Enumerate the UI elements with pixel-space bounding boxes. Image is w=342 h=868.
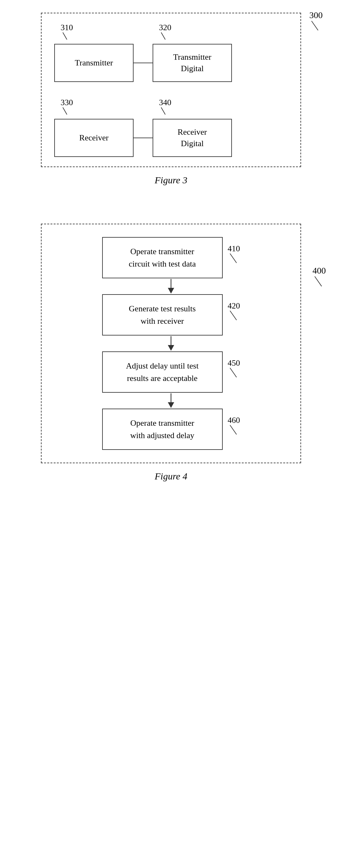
connector-line-1 — [134, 63, 152, 63]
ref-410-group: 410 — [228, 244, 240, 265]
ref-310: 310 — [61, 23, 73, 32]
step-410-row: Operate transmittercircuit with test dat… — [61, 237, 281, 278]
ref-450: 450 — [228, 359, 240, 368]
connector-line-2 — [134, 137, 152, 138]
ref-460-group: 460 — [228, 415, 240, 437]
figure3-caption: Figure 3 — [155, 175, 187, 186]
transmitter-digital-block: TransmitterDigital — [152, 44, 232, 82]
svg-marker-5 — [168, 402, 174, 408]
svg-marker-1 — [168, 288, 174, 293]
receiver-label: Receiver — [79, 133, 108, 143]
svg-marker-3 — [168, 345, 174, 351]
arrow-down-icon-2 — [165, 336, 177, 351]
step-450-block: Adjust delay until testresults are accep… — [102, 351, 223, 393]
step-410-text: Operate transmittercircuit with test dat… — [129, 245, 196, 270]
arrow-1 — [165, 278, 177, 294]
arrow-down-icon-3 — [165, 393, 177, 408]
ref-420-group: 420 — [228, 301, 240, 322]
ref-340: 340 — [159, 98, 171, 107]
figure3-row1: 310 320 Transmitter — [54, 23, 288, 82]
step-410-block: Operate transmittercircuit with test dat… — [102, 237, 223, 278]
ref-420: 420 — [228, 301, 240, 311]
ref-300: 300 — [309, 10, 323, 20]
ref-410-tick — [230, 253, 237, 263]
ref-330: 330 — [61, 98, 73, 107]
receiver-block: Receiver — [54, 119, 134, 157]
receiver-digital-block: ReceiverDigital — [152, 119, 232, 157]
step-450-text: Adjust delay until testresults are accep… — [126, 360, 199, 384]
transmitter-label: Transmitter — [75, 58, 113, 68]
step-460-block: Operate transmitterwith adjusted delay — [102, 409, 223, 450]
ref-450-group: 450 — [228, 359, 240, 379]
step-460-text: Operate transmitterwith adjusted delay — [130, 417, 194, 442]
step-420-row: Generate test resultswith receiver 420 — [61, 294, 281, 336]
step-460-row: Operate transmitterwith adjusted delay 4… — [61, 409, 281, 450]
ref-420-tick — [230, 310, 237, 320]
figure3-container: 300 310 320 — [19, 13, 323, 186]
figure3-row1-boxes: Transmitter TransmitterDigital — [54, 44, 288, 82]
ref-460: 460 — [228, 415, 240, 425]
ref-400: 400 — [312, 266, 326, 276]
figure3-outer-box: 300 310 320 — [41, 13, 301, 167]
ref-460-tick — [230, 425, 237, 435]
step-420-block: Generate test resultswith receiver — [102, 294, 223, 336]
arrow-3 — [165, 393, 177, 409]
ref-410: 410 — [228, 244, 240, 253]
figure4-outer-box: 400 Operate transmittercircuit with test… — [41, 224, 301, 463]
transmitter-block: Transmitter — [54, 44, 134, 82]
ref-320: 320 — [159, 23, 171, 32]
figure3-row2: 330 340 Receiver — [54, 98, 288, 157]
figure3-rows: 310 320 Transmitter — [54, 23, 288, 157]
step-450-row: Adjust delay until testresults are accep… — [61, 351, 281, 393]
transmitter-digital-label: TransmitterDigital — [173, 52, 211, 75]
arrow-down-icon — [165, 279, 177, 293]
arrow-2 — [165, 336, 177, 351]
figure4-caption: Figure 4 — [155, 471, 187, 482]
figure4-steps: Operate transmittercircuit with test dat… — [61, 237, 281, 450]
figure4-container: 400 Operate transmittercircuit with test… — [19, 224, 323, 482]
ref-450-tick — [230, 368, 237, 377]
step-420-text: Generate test resultswith receiver — [129, 303, 196, 327]
receiver-digital-label: ReceiverDigital — [178, 126, 207, 150]
figure3-row2-boxes: Receiver ReceiverDigital — [54, 119, 288, 157]
